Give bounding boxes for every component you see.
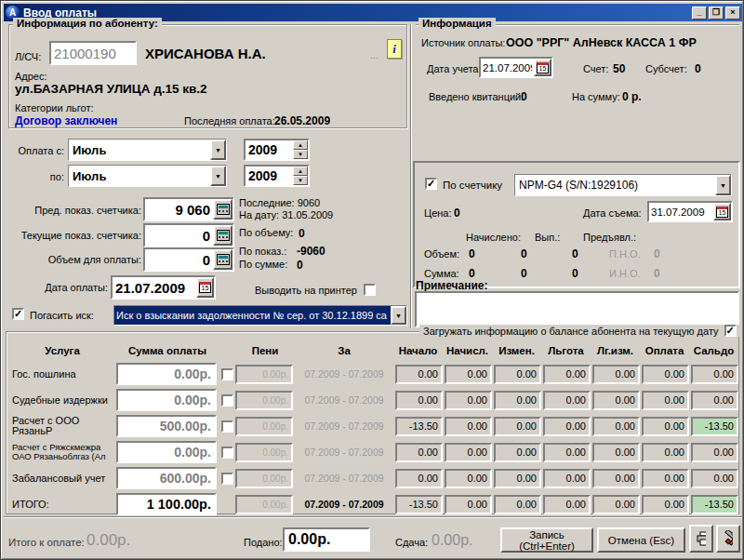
cell-accrued: 0.00: [445, 495, 492, 514]
cell-start: 0.00: [395, 391, 443, 410]
col-header-changed: Измен.: [492, 345, 541, 356]
cancel-button[interactable]: Отмена (Esc): [597, 527, 685, 553]
pay-date-input[interactable]: [113, 277, 196, 298]
peni-input[interactable]: 0.00р.: [235, 391, 293, 410]
peni-input[interactable]: 0.00р.: [235, 417, 293, 436]
spin-up-icon[interactable]: ▲: [293, 140, 308, 150]
receipts-value: 0: [521, 90, 527, 103]
peni-checkbox[interactable]: [221, 473, 233, 485]
sum-input[interactable]: 500.00р.: [116, 415, 217, 437]
chevron-down-icon[interactable]: ▼: [391, 306, 406, 325]
chevron-down-icon[interactable]: ▼: [210, 166, 226, 186]
sum-input[interactable]: 600.00р.: [116, 467, 217, 489]
meter-device-value: NPM-G4 (S/N:1929106): [515, 175, 715, 195]
peni-input[interactable]: 0.00р.: [235, 469, 293, 488]
period-cell: 07.2009 - 07.2009: [295, 394, 393, 406]
last-payment-label: Последняя оплата:: [184, 115, 275, 127]
calculator-button[interactable]: [213, 225, 232, 246]
note-textarea[interactable]: [415, 291, 739, 327]
col-header-za: За: [295, 345, 393, 356]
calendar-icon: 15: [199, 282, 211, 293]
prev-reading-input[interactable]: [145, 199, 213, 220]
meter-device-combo[interactable]: NPM-G4 (S/N:1929106) ▼: [514, 174, 732, 196]
dots-text: ...: [370, 49, 379, 60]
total-due-value: 0.00р.: [86, 531, 130, 550]
cell-accrued: 0.00: [445, 443, 492, 462]
load-balance-checkbox[interactable]: ✓: [724, 325, 737, 337]
service-name: Расчет с Ряжскмежра ОАО Рязаньоблгаз (Ал: [8, 443, 116, 461]
spin-up-icon[interactable]: ▲: [293, 167, 308, 176]
peni-input[interactable]: 0.00р.: [235, 365, 293, 384]
cell-benefit: 0.00: [543, 365, 591, 384]
pay-to-year-spinner[interactable]: ▲ ▼: [293, 167, 308, 185]
peni-input[interactable]: 0.00р.: [235, 443, 293, 462]
pay-from-year-input[interactable]: [246, 140, 293, 159]
maximize-button[interactable]: ❐: [709, 7, 724, 20]
read-date-input[interactable]: [649, 203, 713, 220]
cell-benefit-change: 0.00: [592, 469, 640, 488]
sum-input[interactable]: 0.00р.: [116, 389, 217, 411]
info-icon[interactable]: i: [387, 39, 402, 59]
account-input[interactable]: [51, 43, 135, 63]
by-meter-checkbox[interactable]: ✓: [425, 178, 437, 190]
reg-date-label: Дата учета:: [427, 63, 482, 74]
print-checkbox[interactable]: [364, 284, 376, 296]
peni-checkbox[interactable]: [221, 368, 233, 380]
pay-from-month-combo[interactable]: Июль ▼: [68, 139, 227, 161]
services-table: Услуга Сумма оплаты Пени За Начало Начис…: [8, 340, 738, 517]
load-balance-row: Загружать информацию о балансе абонента …: [419, 325, 740, 337]
sum-input-total[interactable]: 1 100.00р.: [116, 493, 217, 515]
pay-to-month-combo[interactable]: Июль ▼: [68, 165, 227, 187]
pay-to-year-field: ▲ ▼: [244, 165, 310, 187]
cell-payment: 0.00: [642, 469, 689, 488]
save-button[interactable]: Запись (Ctrl+Enter): [500, 527, 593, 553]
peni-checkbox[interactable]: [221, 394, 233, 407]
sum-note-value: 0: [297, 259, 303, 272]
calendar-icon: 15: [537, 62, 549, 73]
cell-benefit: 0.00: [543, 495, 591, 514]
cell-accrued: 0.00: [445, 469, 492, 488]
pay-date-calendar-button[interactable]: 15: [196, 277, 214, 298]
service-name: Расчет с ООО РязаньР: [8, 416, 116, 436]
cell-saldo: 0.00: [691, 391, 738, 410]
given-input[interactable]: [285, 529, 368, 550]
lawsuit-combo[interactable]: Иск о взыскании задолженности № сер. от …: [113, 305, 407, 326]
minimize-button[interactable]: _: [692, 7, 707, 20]
pay-from-year-spinner[interactable]: ▲ ▼: [293, 140, 308, 159]
price-value: 0: [454, 207, 460, 220]
peni-checkbox[interactable]: [221, 447, 233, 459]
sum-input[interactable]: 0.00р.: [116, 441, 217, 463]
lawsuit-label: Погасить иск:: [30, 310, 94, 321]
spin-down-icon[interactable]: ▼: [293, 176, 308, 185]
close-button[interactable]: ×: [725, 7, 740, 20]
cell-changed: 0.00: [494, 443, 541, 462]
cell-benefit-change: 0.00: [592, 391, 640, 410]
print-checkbox-label: Выводить на принтер: [255, 285, 357, 296]
calculator-button[interactable]: [213, 249, 232, 270]
period-cell: 07.2009 - 07.2009: [295, 447, 393, 458]
service-name: Забалансовый учет: [8, 473, 116, 484]
sum-input[interactable]: 0.00р.: [116, 363, 217, 385]
col-header-sum: Сумма оплаты: [116, 345, 219, 356]
peni-checkbox[interactable]: [221, 420, 233, 433]
pay-to-year-input[interactable]: [246, 167, 293, 185]
calculator-button[interactable]: [213, 199, 232, 220]
reg-date-input[interactable]: [481, 59, 534, 76]
peni-input[interactable]: 0.00р.: [235, 495, 293, 514]
volume-note-value: 0: [299, 227, 305, 240]
account-label: Л/СЧ:: [15, 51, 41, 62]
services-table-panel: Загружать информацию о балансе абонента …: [6, 331, 739, 514]
read-date-calendar-button[interactable]: 15: [713, 203, 731, 220]
chevron-down-icon[interactable]: ▼: [715, 175, 731, 195]
spin-down-icon[interactable]: ▼: [293, 150, 308, 159]
cell-saldo: -13.50: [691, 495, 738, 514]
cell-payment: 0.00: [642, 417, 689, 436]
reg-date-calendar-button[interactable]: 15: [534, 59, 551, 76]
chevron-down-icon[interactable]: ▼: [210, 140, 226, 160]
print-button[interactable]: [689, 525, 713, 553]
tools-button[interactable]: [716, 525, 740, 553]
cur-reading-input[interactable]: [145, 225, 213, 246]
volume-for-pay-input[interactable]: [145, 249, 213, 270]
account-field-wrap: [49, 41, 137, 65]
lawsuit-checkbox[interactable]: ✓: [12, 308, 24, 320]
